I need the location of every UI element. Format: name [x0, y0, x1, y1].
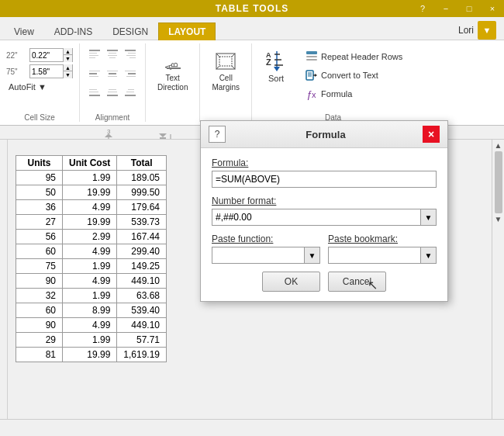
formula-input[interactable] — [212, 171, 437, 188]
paste-function-wrap: ▼ — [212, 247, 320, 264]
paste-bookmark-select[interactable] — [328, 247, 421, 264]
paste-row: Paste function: ▼ Paste bookmark: — [212, 234, 437, 264]
paste-bookmark-wrap: ▼ — [328, 247, 437, 264]
number-format-label: Number format: — [212, 196, 437, 206]
formula-label-text: Formula: — [212, 157, 437, 168]
dialog-help-button[interactable]: ? — [209, 126, 226, 143]
paste-bookmark-dropdown[interactable]: ▼ — [421, 247, 437, 264]
dialog-title-bar: ? Formula × — [201, 121, 447, 148]
dialog-overlay: ? Formula × Formula: Number format: #,##… — [0, 0, 504, 436]
number-format-select[interactable]: #,##0.00 — [212, 209, 421, 226]
paste-function-dropdown[interactable]: ▼ — [305, 247, 320, 264]
ok-button[interactable]: OK — [262, 272, 320, 292]
cancel-button[interactable]: Cancel — [328, 272, 386, 292]
paste-bookmark-label: Paste bookmark: — [328, 234, 437, 244]
dialog-body: Formula: Number format: #,##0.00 ▼ Paste… — [201, 148, 447, 301]
dialog-buttons: OK Cancel — [212, 272, 437, 292]
number-format-wrap: #,##0.00 ▼ — [212, 209, 437, 226]
paste-bookmark-col: Paste bookmark: ▼ — [328, 234, 437, 264]
paste-function-label: Paste function: — [212, 234, 320, 244]
dialog-close-button[interactable]: × — [423, 126, 440, 143]
paste-function-select[interactable] — [212, 247, 305, 264]
dialog-title: Formula — [229, 129, 423, 140]
number-format-dropdown[interactable]: ▼ — [421, 209, 437, 226]
formula-dialog: ? Formula × Formula: Number format: #,##… — [200, 120, 448, 302]
paste-function-col: Paste function: ▼ — [212, 234, 320, 264]
